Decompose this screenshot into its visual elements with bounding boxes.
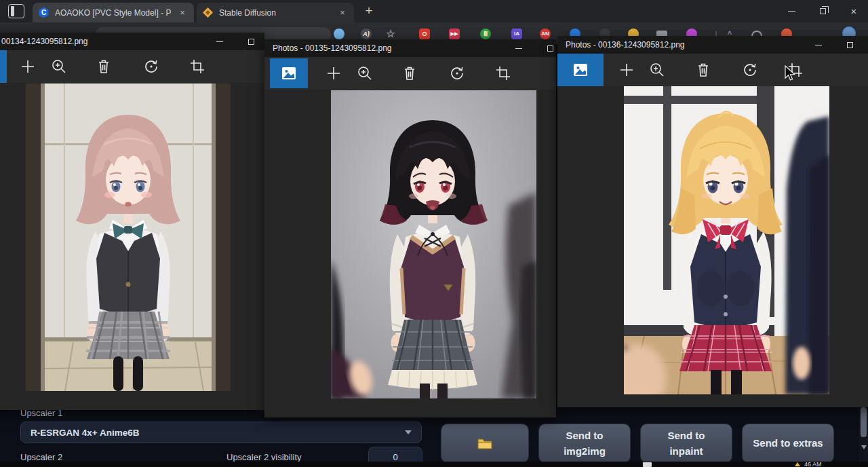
minimize-icon — [216, 41, 223, 42]
photos-window-00134: 00134-1243095812.png — [0, 33, 264, 410]
extension-icon-arc[interactable] — [751, 31, 762, 36]
extension-icon-shark[interactable] — [334, 29, 344, 39]
tab-overview-icon[interactable] — [8, 4, 24, 18]
window-title: 00134-1243095812.png — [1, 33, 87, 50]
minimize-button[interactable] — [503, 39, 534, 57]
crop-button[interactable] — [494, 64, 512, 82]
see-all-photos-button[interactable] — [0, 50, 7, 83]
scrollbar-thumb[interactable] — [861, 407, 867, 437]
webui-scrollbar[interactable] — [859, 407, 868, 467]
minimize-button[interactable] — [803, 36, 834, 54]
close-icon[interactable]: × — [176, 7, 189, 19]
photo-00135[interactable] — [331, 90, 536, 398]
notification-icon — [795, 462, 800, 466]
window-title: Photos - 00136-1243095812.png — [566, 36, 684, 54]
upscaler1-dropdown[interactable]: R-ESRGAN 4x+ Anime6B — [20, 422, 422, 443]
window-title: Photos - 00135-1243095812.png — [273, 39, 391, 57]
add-button[interactable] — [325, 64, 342, 82]
mouse-cursor — [785, 65, 796, 81]
title-bar[interactable]: Photos - 00136-1243095812.png — [557, 36, 868, 54]
tab-title: Stable Diffusion — [219, 8, 331, 18]
bookmark-star-icon[interactable]: ☆ — [385, 29, 396, 39]
photos-toolbar — [0, 50, 264, 83]
minimize-icon — [515, 48, 522, 49]
maximize-button[interactable] — [235, 33, 267, 50]
svg-text:C: C — [41, 9, 46, 16]
browser-close-button[interactable]: × — [838, 0, 868, 22]
send-to-img2img-button[interactable]: Send to img2img — [538, 424, 631, 463]
rotate-button[interactable] — [448, 64, 466, 82]
title-bar[interactable]: Photos - 00135-1243095812.png — [264, 39, 556, 57]
extension-icon-a[interactable]: A) — [361, 29, 372, 39]
civitai-c-icon: C — [38, 7, 50, 18]
title-bar[interactable]: 00134-1243095812.png — [0, 33, 264, 50]
maximize-icon — [847, 42, 853, 48]
extension-icon-red-o[interactable]: O — [419, 29, 430, 39]
stable-diffusion-icon — [202, 7, 214, 18]
upscaler2-visibility-label: Upscaler 2 visibility — [226, 452, 302, 462]
open-folder-button[interactable] — [441, 424, 529, 463]
extension-icon-ia[interactable]: IA — [511, 29, 522, 39]
extension-icon-an[interactable]: AN — [540, 29, 551, 39]
crop-button[interactable] — [189, 58, 206, 75]
send-to-extras-button[interactable]: Send to extras — [742, 424, 834, 463]
zoom-button[interactable] — [648, 61, 666, 79]
maximize-icon — [547, 45, 553, 52]
taskbar-clock[interactable]: 46 AM — [804, 462, 822, 467]
photo-00136[interactable] — [624, 86, 829, 394]
see-all-photos-button[interactable] — [270, 58, 308, 88]
minimize-button[interactable] — [204, 33, 235, 50]
photos-window-00136: Photos - 00136-1243095812.png — [557, 36, 868, 407]
browser-restore-button[interactable] — [807, 0, 838, 22]
photos-toolbar — [557, 54, 868, 86]
show-hidden-icons-button[interactable] — [643, 462, 652, 467]
maximize-icon — [248, 39, 254, 45]
upscaler2-label: Upscaler 2 — [20, 452, 62, 462]
scrollbar-down-button[interactable] — [860, 443, 867, 452]
browser-tab-civitai[interactable]: C AOAOKO [PVC Style Model] - PV × — [33, 3, 194, 22]
minimize-icon — [788, 11, 795, 12]
browser-minimize-button[interactable] — [776, 0, 807, 22]
chevron-down-icon — [861, 445, 867, 449]
new-tab-button[interactable]: + — [361, 4, 376, 19]
folder-icon — [477, 437, 493, 450]
send-to-inpaint-button[interactable]: Send to inpaint — [640, 424, 732, 463]
taskbar: 46 AM — [0, 462, 868, 467]
restore-icon — [820, 8, 826, 14]
extension-icon-green-bank[interactable]: Ⅲ — [480, 29, 491, 39]
delete-button[interactable] — [95, 58, 113, 75]
minimize-icon — [815, 45, 822, 45]
see-all-photos-button[interactable] — [557, 54, 604, 86]
photos-toolbar — [264, 57, 556, 90]
photos-window-00135: Photos - 00135-1243095812.png — [264, 39, 556, 417]
close-icon[interactable]: × — [336, 7, 349, 19]
chevron-down-icon — [405, 430, 412, 434]
close-icon: × — [851, 6, 857, 16]
add-button[interactable] — [618, 61, 635, 79]
upscaler1-value: R-ESRGAN 4x+ Anime6B — [31, 428, 405, 438]
rotate-button[interactable] — [142, 58, 160, 75]
browser-tab-stable-diffusion[interactable]: Stable Diffusion × — [197, 3, 354, 22]
zoom-button[interactable] — [50, 58, 68, 75]
browser-tab-bar: C AOAOKO [PVC Style Model] - PV × Stable… — [0, 0, 868, 22]
photo-00134[interactable] — [26, 83, 231, 391]
add-button[interactable] — [19, 58, 37, 75]
photos-icon — [280, 64, 298, 82]
maximize-button[interactable] — [834, 36, 865, 54]
rotate-button[interactable] — [741, 61, 759, 79]
photos-icon — [572, 61, 589, 79]
tab-title: AOAOKO [PVC Style Model] - PV — [55, 8, 171, 18]
zoom-button[interactable] — [356, 64, 374, 82]
extension-icon-play[interactable]: ▶▶ — [449, 29, 460, 39]
delete-button[interactable] — [401, 64, 418, 82]
delete-button[interactable] — [694, 61, 712, 79]
